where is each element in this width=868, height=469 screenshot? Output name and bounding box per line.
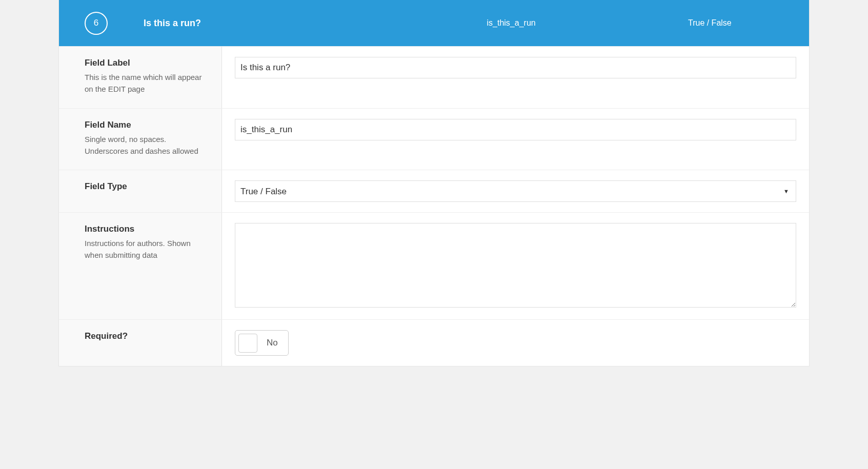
instructions-textarea[interactable] [235,223,796,308]
label-title-field-name: Field Name [85,120,209,130]
required-toggle[interactable]: No [235,330,289,356]
label-desc-field-name: Single word, no spaces. Underscores and … [85,133,209,157]
row-field-name: Field Name Single word, no spaces. Under… [59,108,809,170]
row-field-label: Field Label This is the name which will … [59,46,809,108]
field-label-input[interactable] [235,57,796,78]
row-field-type: Field Type True / False ▼ [59,170,809,212]
field-order-badge: 6 [85,12,108,35]
required-toggle-label: No [267,338,285,348]
toggle-knob [238,334,257,353]
field-name-input[interactable] [235,119,796,140]
row-instructions: Instructions Instructions for authors. S… [59,212,809,319]
field-type-select[interactable]: True / False [235,180,796,202]
label-title-field-label: Field Label [85,58,209,68]
label-title-field-type: Field Type [85,181,209,192]
order-badge-wrap: 6 [59,12,133,35]
label-title-instructions: Instructions [85,224,209,234]
label-desc-field-label: This is the name which will appear on th… [85,71,209,95]
label-title-required: Required? [85,331,209,341]
label-desc-instructions: Instructions for authors. Shown when sub… [85,237,209,261]
header-field-type: True / False [611,18,809,28]
field-order-number: 6 [94,18,98,28]
header-field-label: Is this a run? [133,18,412,29]
header-field-name: is_this_a_run [412,18,610,28]
field-header[interactable]: 6 Is this a run? is_this_a_run True / Fa… [59,0,809,46]
row-required: Required? No [59,319,809,366]
